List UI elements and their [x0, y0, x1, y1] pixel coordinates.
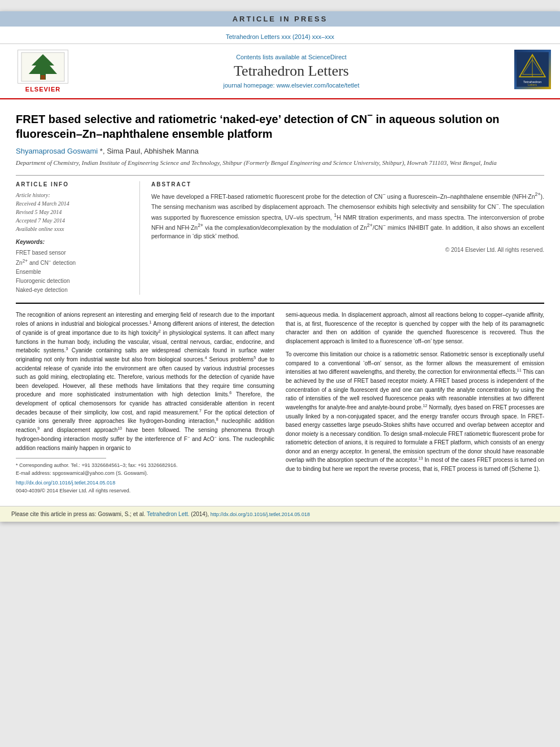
sciencedirect-link[interactable]: ScienceDirect: [308, 54, 347, 60]
body-section: The recognition of anions represent an i…: [16, 303, 544, 495]
contents-link: Contents lists available at ScienceDirec…: [236, 54, 347, 60]
keywords-heading: Keywords:: [16, 239, 132, 245]
body-col-left: The recognition of anions represent an i…: [16, 311, 274, 495]
author-1[interactable]: Shyamaprosad Goswami: [16, 147, 98, 155]
elsevier-logo-box: [18, 50, 68, 84]
citation-journal: Tetrahedron Lett.: [147, 511, 190, 517]
footnote-corresponding: * Corresponding author. Tel.: +91 332668…: [16, 462, 274, 470]
footnote-divider: [16, 458, 106, 458]
article-info-heading: ARTICLE INFO: [16, 181, 132, 187]
article-title: FRET based selective and ratiometric ‘na…: [16, 110, 544, 141]
footnote-doi: http://dx.doi.org/10.1016/j.tetlet.2014.…: [16, 479, 274, 487]
elsevier-tree-icon: [20, 51, 65, 82]
journal-ref: Tetrahedron Letters xxx (2014) xxx–xxx: [226, 33, 334, 40]
revised-date: Revised 5 May 2014: [16, 208, 132, 216]
aip-banner-text: ARTICLE IN PRESS: [233, 15, 328, 23]
keyword-5: Naked-eye detection: [16, 286, 132, 295]
tetrahedron-logo: Tetrahedron Letters: [514, 50, 551, 89]
svg-rect-2: [41, 75, 45, 80]
article-history: Article history: Received 4 March 2014 R…: [16, 191, 132, 233]
tet-logo-container: Tetrahedron Letters: [506, 50, 551, 93]
body-two-col: The recognition of anions represent an i…: [16, 311, 544, 495]
aip-banner: ARTICLE IN PRESS: [0, 11, 560, 27]
keyword-4: Fluorogenic detection: [16, 277, 132, 286]
body-para-2: semi-aqueous media. In displacement appr…: [286, 311, 544, 346]
journal-header: Tetrahedron Letters xxx (2014) xxx–xxx: [0, 27, 560, 44]
abstract-heading: ABSTRACT: [151, 181, 544, 187]
elsevier-logo-container: ELSEVIER: [9, 50, 77, 93]
journal-homepage: journal homepage: www.elsevier.com/locat…: [224, 82, 360, 89]
tetrahedron-logo-svg: Tetrahedron Letters: [517, 50, 549, 89]
info-abstract-section: ARTICLE INFO Article history: Received 4…: [16, 175, 544, 295]
accepted-date: Accepted 7 May 2014: [16, 216, 132, 225]
keywords-section: Keywords: FRET based sensor Zn2+ and CN−…: [16, 239, 132, 295]
available-date: Available online xxxx: [16, 225, 132, 233]
keyword-1: FRET based sensor: [16, 248, 132, 257]
svg-text:Letters: Letters: [528, 83, 537, 86]
copyright: © 2014 Elsevier Ltd. All rights reserved…: [151, 247, 544, 253]
history-label: Article history:: [16, 191, 132, 199]
body-para-3: To overcome this limitation our choice i…: [286, 350, 544, 473]
body-col-right: semi-aqueous media. In displacement appr…: [286, 311, 544, 495]
page: ARTICLE IN PRESS Tetrahedron Letters xxx…: [0, 11, 560, 522]
journal-name: Tetrahedron Letters: [234, 63, 349, 80]
body-para-1: The recognition of anions represent an i…: [16, 311, 274, 452]
author-2: Sima Paul, Abhishek Manna: [107, 147, 199, 155]
received-date: Received 4 March 2014: [16, 199, 132, 208]
footnote-issn: 0040-4039/© 2014 Elsevier Ltd. All right…: [16, 487, 274, 495]
footnote-email: E-mail address: spgoswamical@yahoo.com (…: [16, 470, 274, 478]
affiliation: Department of Chemistry, Indian Institut…: [16, 159, 544, 167]
abstract-col: ABSTRACT We have developed a FRET-based …: [151, 181, 544, 295]
article-content: FRET based selective and ratiometric ‘na…: [0, 99, 560, 500]
top-section: ELSEVIER Contents lists available at Sci…: [0, 44, 560, 99]
keyword-2: Zn2+ and CN− detection: [16, 257, 132, 268]
elsevier-text: ELSEVIER: [25, 86, 60, 93]
abstract-text: We have developed a FRET-based ratiometr…: [151, 191, 544, 241]
citation-bar: Please cite this article in press as: Go…: [0, 506, 560, 522]
authors: Shyamaprosad Goswami *, Sima Paul, Abhis…: [16, 147, 544, 155]
keyword-3: Ensemble: [16, 268, 132, 277]
article-info: ARTICLE INFO Article history: Received 4…: [16, 181, 140, 295]
journal-title-center: Contents lists available at ScienceDirec…: [82, 50, 500, 93]
citation-doi-link[interactable]: http://dx.doi.org/10.1016/j.tetlet.2014.…: [211, 512, 310, 517]
